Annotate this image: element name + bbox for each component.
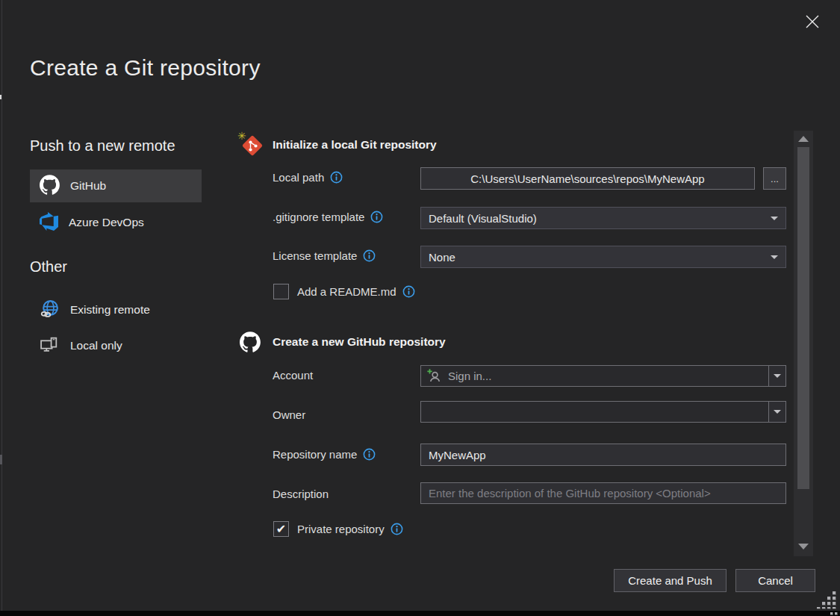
window-left-border	[1, 0, 2, 611]
readme-row: ✔ Add a README.md	[273, 284, 415, 299]
devices-icon	[40, 335, 60, 358]
info-icon[interactable]	[363, 448, 376, 461]
page-title: Create a Git repository	[30, 55, 261, 81]
github-icon	[240, 332, 261, 355]
close-icon	[803, 13, 821, 34]
private-row: ✔ Private repository	[273, 521, 403, 537]
git-new-repo-icon: ✳	[237, 131, 267, 166]
globe-link-icon	[40, 299, 60, 322]
local-path-label: Local path	[273, 171, 343, 184]
add-user-icon	[421, 368, 442, 384]
sidebar-item-github[interactable]: GitHub	[30, 169, 202, 202]
description-label: Description	[273, 488, 329, 500]
scroll-down-arrow[interactable]	[798, 544, 809, 550]
resize-grip[interactable]	[817, 591, 837, 609]
license-label: License template	[273, 249, 376, 262]
sidebar-item-existing-remote[interactable]: Existing remote	[30, 293, 202, 326]
section-header-github: Create a new GitHub repository	[273, 335, 446, 349]
info-icon[interactable]	[370, 211, 383, 223]
account-placeholder: Sign in...	[442, 370, 491, 382]
azure-devops-icon	[40, 212, 58, 234]
repo-name-label: Repository name	[273, 448, 376, 461]
owner-dropdown-button[interactable]	[768, 402, 785, 422]
background-artifact	[0, 95, 1, 99]
repo-name-input[interactable]	[420, 444, 786, 466]
sidebar-item-label: Local only	[70, 339, 122, 352]
info-icon[interactable]	[402, 285, 415, 298]
license-dropdown[interactable]: None	[420, 246, 786, 268]
close-button[interactable]	[800, 11, 824, 35]
background-artifact	[0, 455, 2, 464]
sidebar-item-label: GitHub	[70, 179, 106, 193]
account-dropdown-button[interactable]	[768, 366, 785, 386]
local-path-input[interactable]	[420, 167, 755, 190]
sidebar-item-local-only[interactable]: Local only	[30, 329, 202, 362]
account-combobox[interactable]: Sign in...	[420, 365, 786, 387]
section-header-initialize: Initialize a local Git repository	[273, 138, 437, 152]
gitignore-dropdown[interactable]: Default (VisualStudio)	[420, 207, 786, 229]
github-icon	[40, 175, 60, 198]
sidebar-heading-push: Push to a new remote	[30, 137, 175, 155]
sidebar-item-azure-devops[interactable]: Azure DevOps	[30, 206, 202, 239]
scrollbar-thumb[interactable]	[797, 147, 809, 489]
gitignore-label: .gitignore template	[273, 211, 383, 223]
scroll-up-arrow[interactable]	[798, 136, 809, 142]
browse-button[interactable]: ...	[763, 167, 786, 190]
create-and-push-button[interactable]: Create and Push	[614, 569, 727, 592]
private-checkbox[interactable]: ✔	[273, 521, 289, 537]
readme-label: Add a README.md	[297, 285, 415, 298]
info-icon[interactable]	[363, 249, 376, 262]
owner-label: Owner	[273, 408, 305, 421]
sparkle-glyph: ✳	[237, 131, 246, 142]
scrollbar[interactable]	[794, 131, 813, 556]
chevron-down-icon	[774, 374, 781, 378]
sidebar-heading-other: Other	[30, 258, 67, 276]
account-label: Account	[273, 369, 313, 382]
readme-checkbox[interactable]: ✔	[273, 284, 289, 299]
window-bottom-edge	[0, 611, 840, 616]
info-icon[interactable]	[391, 523, 403, 535]
private-label: Private repository	[297, 523, 403, 535]
chevron-down-icon	[774, 410, 781, 414]
chevron-down-icon	[771, 255, 778, 259]
chevron-down-icon	[771, 217, 778, 220]
description-input[interactable]	[420, 482, 786, 504]
info-icon[interactable]	[330, 171, 343, 184]
cancel-button[interactable]: Cancel	[735, 569, 815, 592]
sidebar-item-label: Azure DevOps	[69, 216, 144, 229]
owner-combobox[interactable]	[420, 401, 786, 423]
sidebar-item-label: Existing remote	[70, 303, 150, 317]
